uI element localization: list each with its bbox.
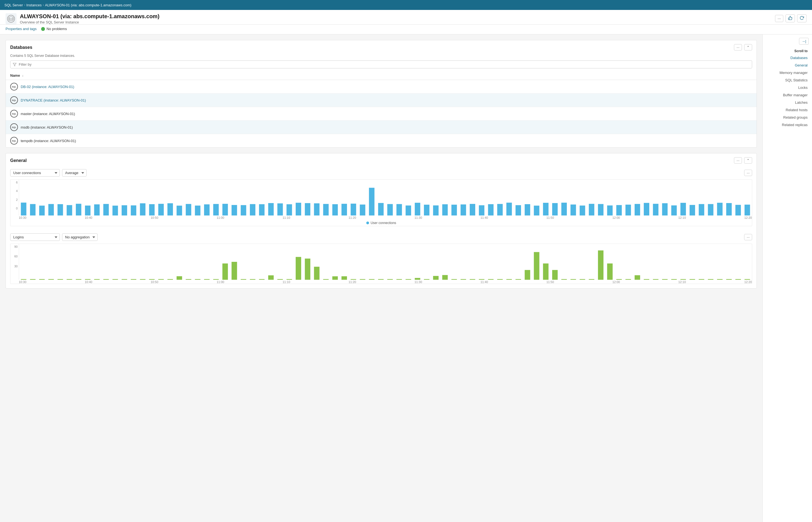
right-sidebar: →| Scroll to DatabasesGeneralMemory mana… xyxy=(762,35,812,522)
svg-rect-54 xyxy=(497,204,503,216)
refresh-button[interactable] xyxy=(797,14,807,22)
databases-collapse-btn[interactable]: ⌃ xyxy=(744,44,752,51)
svg-rect-161 xyxy=(745,279,750,280)
svg-rect-154 xyxy=(681,279,686,280)
databases-table: Name ↕ SQL DB-02 (instance: ALWAYSON-01)… xyxy=(6,71,756,147)
svg-rect-58 xyxy=(534,205,540,216)
breadcrumb-instances[interactable]: Instances xyxy=(26,3,42,7)
svg-rect-107 xyxy=(250,279,255,280)
x-label: 11:20 xyxy=(349,216,356,219)
sidebar-nav-related-hosts[interactable]: Related hosts xyxy=(763,106,812,114)
svg-rect-83 xyxy=(30,279,36,280)
header-text: ALWAYSON-01 (via: abs.compute-1.amazonaw… xyxy=(20,13,160,24)
svg-rect-157 xyxy=(708,279,713,280)
svg-rect-69 xyxy=(634,204,640,216)
x-label: 11:20 xyxy=(349,280,356,284)
svg-rect-17 xyxy=(158,204,164,216)
chart2-menu-btn[interactable]: ··· xyxy=(744,234,752,240)
svg-rect-7 xyxy=(67,205,72,216)
db-link[interactable]: DB-02 (instance: ALWAYSON-01) xyxy=(21,85,74,89)
breadcrumb-sep-1: › xyxy=(24,3,25,7)
sidebar-nav-sql-statistics[interactable]: SQL Statistics xyxy=(763,76,812,84)
properties-tags-link[interactable]: Properties and tags xyxy=(5,27,37,31)
svg-rect-122 xyxy=(387,279,393,280)
sidebar-nav-general[interactable]: General xyxy=(763,62,812,69)
svg-rect-84 xyxy=(39,279,45,280)
x-label: 10:50 xyxy=(151,216,158,219)
svg-rect-133 xyxy=(488,279,494,280)
chart1-metric-select[interactable]: User connectionsLoginsSQL compilations/s… xyxy=(10,169,60,177)
db-name-cell: SQL tempdb (instance: ALWAYSON-01) xyxy=(6,134,756,147)
svg-rect-46 xyxy=(424,205,430,216)
sidebar-collapse-btn[interactable]: →| xyxy=(799,38,809,45)
svg-rect-75 xyxy=(689,205,695,216)
header-actions: ··· xyxy=(775,13,807,22)
svg-rect-99 xyxy=(176,276,182,280)
svg-rect-94 xyxy=(131,279,136,280)
svg-rect-160 xyxy=(735,279,741,280)
chart2-plot xyxy=(19,244,752,280)
svg-rect-33 xyxy=(305,203,310,216)
sidebar-nav-related-groups[interactable]: Related groups xyxy=(763,114,812,121)
sidebar-nav-latches[interactable]: Latches xyxy=(763,99,812,106)
svg-rect-36 xyxy=(332,204,338,216)
sort-icon[interactable]: ↕ xyxy=(22,74,24,77)
databases-section-header: Databases ··· ⌃ xyxy=(6,40,756,53)
svg-rect-31 xyxy=(287,204,292,216)
sidebar-nav-buffer-manager[interactable]: Buffer manager xyxy=(763,91,812,99)
like-button[interactable] xyxy=(786,14,795,22)
db-link[interactable]: DYNATRACE (instance: ALWAYSON-01) xyxy=(21,98,86,102)
svg-rect-45 xyxy=(415,203,420,216)
breadcrumb-sql-server[interactable]: SQL Server xyxy=(4,3,23,7)
sidebar-nav: DatabasesGeneralMemory managerSQL Statis… xyxy=(763,54,812,128)
databases-filter-input[interactable] xyxy=(10,60,752,68)
chart1-plot xyxy=(19,180,752,216)
svg-rect-71 xyxy=(653,204,658,216)
chart2-metric-select[interactable]: User connectionsLoginsSQL compilations/s… xyxy=(10,234,60,241)
sidebar-nav-memory-manager[interactable]: Memory manager xyxy=(763,69,812,76)
svg-rect-53 xyxy=(488,204,494,216)
svg-rect-93 xyxy=(122,279,127,280)
svg-rect-10 xyxy=(94,204,100,216)
sidebar-nav-databases[interactable]: Databases xyxy=(763,54,812,62)
chart2-aggregation-select[interactable]: No aggregationAverageMinMax xyxy=(62,234,98,241)
svg-rect-97 xyxy=(158,279,164,280)
instance-icon xyxy=(5,13,17,24)
databases-more-btn[interactable]: ··· xyxy=(734,44,742,51)
svg-rect-109 xyxy=(268,275,274,280)
svg-rect-96 xyxy=(149,279,155,280)
chart2-area: 906030 10:3010:4010:5011:0011:1011:2011:… xyxy=(10,244,752,284)
svg-rect-48 xyxy=(442,204,447,216)
svg-rect-151 xyxy=(653,279,658,280)
db-name-cell: SQL DYNATRACE (instance: ALWAYSON-01) xyxy=(6,94,756,107)
svg-rect-124 xyxy=(406,279,411,280)
more-options-button[interactable]: ··· xyxy=(775,15,783,22)
chart1-aggregation-select[interactable]: AverageMinMaxSum xyxy=(62,169,87,177)
svg-rect-52 xyxy=(479,205,484,216)
sidebar-nav-related-replicas[interactable]: Related replicas xyxy=(763,121,812,128)
general-section-header: General ··· ⌃ xyxy=(6,154,756,166)
chart2-x-axis: 10:3010:4010:5011:0011:1011:2011:3011:40… xyxy=(11,280,752,284)
db-name: msdb (instance: ALWAYSON-01) xyxy=(21,125,73,129)
svg-rect-88 xyxy=(76,279,81,280)
x-label: 11:10 xyxy=(283,216,290,219)
svg-rect-156 xyxy=(699,279,704,280)
db-name: master (instance: ALWAYSON-01) xyxy=(21,112,75,116)
general-collapse-btn[interactable]: ⌃ xyxy=(744,157,752,164)
svg-rect-139 xyxy=(543,263,548,280)
general-more-btn[interactable]: ··· xyxy=(734,157,742,164)
x-label: 11:30 xyxy=(415,216,422,219)
y-label: 90 xyxy=(12,245,18,248)
svg-rect-90 xyxy=(94,279,100,280)
svg-rect-103 xyxy=(213,279,219,280)
breadcrumb-current-label: ALWAYSON-01 (via: abs.compute-1.amazonaw… xyxy=(45,3,131,7)
x-label: 12:20 xyxy=(744,280,752,284)
svg-rect-6 xyxy=(57,204,63,216)
svg-rect-79 xyxy=(726,203,732,216)
svg-rect-40 xyxy=(369,188,375,216)
chart1-menu-btn[interactable]: ··· xyxy=(744,170,752,176)
breadcrumb-sep-2: › xyxy=(43,3,44,7)
sidebar-nav-locks[interactable]: Locks xyxy=(763,84,812,91)
svg-rect-23 xyxy=(213,204,219,216)
svg-rect-102 xyxy=(204,279,210,280)
